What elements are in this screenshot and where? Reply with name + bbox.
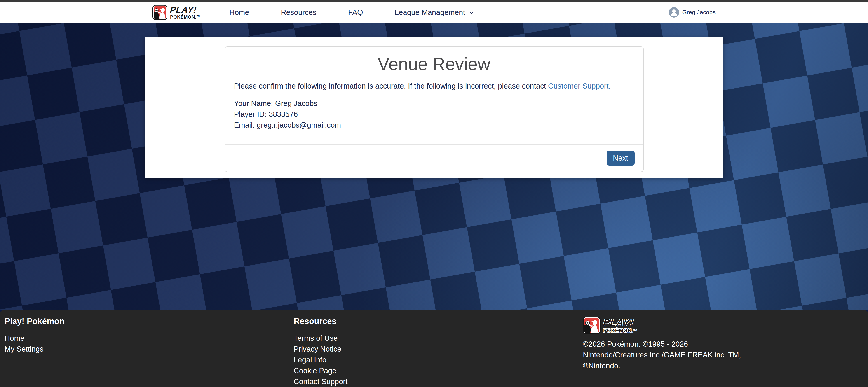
brand-wordmark: PLAY! POKÉMON.TM [170,6,200,19]
play-pokemon-icon [153,5,167,20]
copyright-line: ®Nintendo. [583,360,868,371]
customer-support-link[interactable]: Customer Support [548,82,609,90]
next-button[interactable]: Next [607,151,634,165]
brand-pokemon-text: POKÉMON.TM [170,15,200,19]
footer-column-resources: Resources Terms of Use Privacy Notice Le… [294,317,583,387]
footer-link-contact-support[interactable]: Contact Support [294,376,583,387]
nav-item-league-management[interactable]: League Management [395,8,475,17]
brand-logo[interactable]: PLAY! POKÉMON.TM [153,5,200,20]
player-email-line: Email: greg.r.jacobs@gmail.com [234,120,634,130]
player-id-line: Player ID: 3833576 [234,109,634,120]
brand-tm-mark: TM [633,328,637,331]
site-footer: Play! Pokémon Home My Settings Resources… [0,310,868,387]
footer-link-my-settings[interactable]: My Settings [4,344,294,354]
footer-brand-wordmark: PLAY! POKÉMON.TM [603,318,637,333]
user-menu[interactable]: Greg Jacobs [669,7,715,18]
brand-tm-mark: TM [196,15,200,17]
player-name-line: Your Name: Greg Jacobs [234,98,634,109]
primary-nav: Home Resources FAQ League Management [229,8,475,17]
top-navbar: PLAY! POKÉMON.TM Home Resources FAQ Leag… [0,2,868,23]
brand-play-text: PLAY! [603,318,637,327]
footer-brand-logo[interactable]: PLAY! POKÉMON.TM [583,317,868,334]
page-title: Venue Review [234,54,634,75]
nav-item-faq[interactable]: FAQ [348,8,363,17]
copyright-notice: ©2026 Pokémon. ©1995 - 2026 Nintendo/Cre… [583,339,868,371]
nav-item-league-management-label: League Management [395,8,465,17]
footer-column-play-pokemon: Play! Pokémon Home My Settings [4,317,294,387]
window-top-bar [0,0,868,2]
footer-link-terms-of-use[interactable]: Terms of Use [294,333,583,344]
confirmation-text-after: . [609,82,611,90]
card-body: Venue Review Please confirm the followin… [225,47,643,144]
nav-item-home[interactable]: Home [229,8,249,17]
footer-link-privacy-notice[interactable]: Privacy Notice [294,344,583,354]
player-info: Your Name: Greg Jacobs Player ID: 383357… [234,98,634,130]
copyright-line: Nintendo/Creatures Inc./GAME FREAK inc. … [583,350,868,360]
nav-item-resources[interactable]: Resources [281,8,316,17]
footer-column-legal: PLAY! POKÉMON.TM ©2026 Pokémon. ©1995 - … [583,317,868,387]
confirmation-text-before: Please confirm the following information… [234,82,548,90]
content-panel: Venue Review Please confirm the followin… [145,37,723,178]
card-footer: Next [225,144,643,171]
copyright-line: ©2026 Pokémon. ©1995 - 2026 [583,339,868,350]
user-avatar-icon [669,7,679,18]
footer-heading-resources: Resources [294,317,583,326]
venue-review-card: Venue Review Please confirm the followin… [224,46,644,172]
chevron-down-icon [468,10,475,16]
footer-heading-play-pokemon: Play! Pokémon [4,317,294,326]
page-background: Venue Review Please confirm the followin… [0,23,868,310]
footer-link-cookie-page[interactable]: Cookie Page [294,365,583,376]
nav-container: PLAY! POKÉMON.TM Home Resources FAQ Leag… [145,2,723,23]
footer-link-home[interactable]: Home [4,333,294,344]
play-pokemon-icon [583,317,600,334]
footer-link-legal-info[interactable]: Legal Info [294,354,583,365]
user-name-label: Greg Jacobs [682,9,715,16]
brand-pokemon-text: POKÉMON.TM [603,328,637,333]
brand-play-text: PLAY! [170,6,200,14]
confirmation-text: Please confirm the following information… [234,80,634,91]
